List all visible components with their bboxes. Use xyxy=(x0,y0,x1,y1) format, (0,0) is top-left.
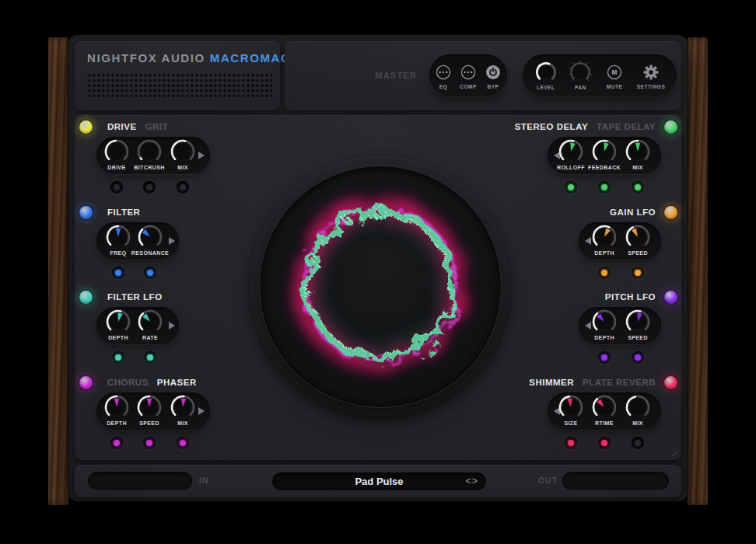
tab-drive[interactable]: DRIVE xyxy=(107,121,137,132)
filter-power-led[interactable] xyxy=(79,206,93,219)
gain-lfo-power-led[interactable] xyxy=(664,206,677,219)
filter-expand-arrow-right-icon[interactable] xyxy=(169,237,175,245)
drive-knob-drive[interactable]: DRIVE xyxy=(100,138,134,173)
svg-text:M: M xyxy=(612,69,618,76)
filter-lfo-expand-arrow-right-icon[interactable] xyxy=(169,322,175,330)
filter-lfo-assign-led-2[interactable] xyxy=(144,351,156,364)
shimmer-assign-led-3[interactable] xyxy=(632,437,644,449)
pitch-lfo-power-led[interactable] xyxy=(664,291,677,304)
master-control-label: LEVEL xyxy=(537,85,555,90)
shimmer-assign-led-1[interactable] xyxy=(565,437,577,449)
tab-shimmer[interactable]: SHIMMER xyxy=(529,377,574,388)
tab-filter[interactable]: FILTER xyxy=(107,207,140,218)
stereo-delay-power-led[interactable] xyxy=(664,120,677,134)
gear-icon xyxy=(640,61,662,83)
filter-tabs: FILTER xyxy=(107,207,140,218)
drive-assign-led-2[interactable] xyxy=(143,181,156,194)
master-level-control[interactable]: LEVEL xyxy=(534,61,558,90)
drive-knob-bitcrush[interactable]: BITCRUSH xyxy=(132,138,166,173)
input-meter[interactable] xyxy=(88,472,192,490)
chorus-phaser-assign-led-3[interactable] xyxy=(177,437,189,449)
chorus-phaser-knob-mix[interactable]: MIX xyxy=(166,393,200,429)
led-dot-lit xyxy=(115,270,121,276)
knob-dial xyxy=(104,223,132,251)
chorus-phaser-assign-led-2[interactable] xyxy=(143,437,156,449)
master-label: MASTER xyxy=(375,71,417,80)
drive-knob-mix[interactable]: MIX xyxy=(166,138,200,173)
brand-title: NIGHTFOX AUDIOMACROMACRO xyxy=(87,51,310,65)
tab-gain-lfo[interactable]: GAIN LFO xyxy=(610,207,656,218)
gain-lfo-knob-speed[interactable]: SPEED xyxy=(621,223,655,259)
led-dot-lit xyxy=(147,270,153,276)
stereo-delay-assign-led-2[interactable] xyxy=(598,181,611,194)
master-comp-button[interactable]: COMP xyxy=(457,61,479,89)
tab-chorus[interactable]: CHORUS xyxy=(107,377,149,388)
macro-pad[interactable] xyxy=(259,166,502,408)
pitch-lfo-assign-led-1[interactable] xyxy=(598,351,611,364)
chorus-phaser-power-led[interactable] xyxy=(79,376,93,389)
filter-assign-led-2[interactable] xyxy=(144,267,156,279)
shimmer-power-led[interactable] xyxy=(664,376,677,389)
tab-filter-lfo[interactable]: FILTER LFO xyxy=(107,291,163,302)
chorus-phaser-knob-speed[interactable]: SPEED xyxy=(132,393,166,429)
knob-label: RESONANCE xyxy=(131,250,169,256)
filter-lfo-knob-depth[interactable]: DEPTH xyxy=(101,308,135,343)
filter-knob-freq[interactable]: FREQ xyxy=(101,223,135,259)
preset-selector[interactable]: Pad Pulse < > xyxy=(272,473,486,490)
filter-lfo-power-led[interactable] xyxy=(79,291,93,304)
tab-plate-reverb[interactable]: PLATE REVERB xyxy=(583,377,656,388)
master-settings-control[interactable]: SETTINGS xyxy=(637,61,666,89)
shimmer-assign-led-2[interactable] xyxy=(598,437,611,449)
filter-assign-led-1[interactable] xyxy=(112,267,124,279)
tab-grit[interactable]: GRIT xyxy=(145,121,168,132)
preset-prev-button[interactable]: < xyxy=(465,476,471,486)
preset-next-button[interactable]: > xyxy=(472,476,478,486)
tab-phaser[interactable]: PHASER xyxy=(157,377,197,388)
resize-grip[interactable] xyxy=(668,447,677,456)
shimmer-knob-rtime[interactable]: RTIME xyxy=(587,393,621,429)
pitch-lfo-knob-depth[interactable]: DEPTH xyxy=(587,308,621,343)
wood-panel-right xyxy=(688,37,708,505)
shimmer-knob-mix[interactable]: MIX xyxy=(621,393,655,429)
stereo-delay-assign-led-1[interactable] xyxy=(565,181,577,194)
filter-lfo-assign-led-1[interactable] xyxy=(112,351,124,364)
chorus-phaser-assign-led-1[interactable] xyxy=(110,437,123,449)
drive-power-led[interactable] xyxy=(79,120,93,134)
drive-assign-led-3[interactable] xyxy=(177,181,189,194)
led-dot-lit xyxy=(601,184,607,190)
brand-name: NIGHTFOX AUDIO xyxy=(87,51,205,65)
tab-stereo-delay[interactable]: STEREO DELAY xyxy=(515,121,588,132)
gain-lfo-assign-led-1[interactable] xyxy=(598,267,611,279)
led-dot-lit xyxy=(180,440,186,446)
filter-lfo-knob-rate[interactable]: RATE xyxy=(133,308,167,343)
knob-dial xyxy=(590,223,618,251)
chorus-phaser-knob-depth[interactable]: DEPTH xyxy=(100,393,134,429)
knob-label: ROLLOFF xyxy=(557,165,585,170)
led-dot-lit xyxy=(635,354,641,361)
output-meter[interactable] xyxy=(562,472,669,490)
knob-label: MIX xyxy=(632,165,643,170)
drive-assign-led-1[interactable] xyxy=(110,181,123,194)
stereo-delay-knob-feedback[interactable]: FEEDBACK xyxy=(587,138,621,173)
master-byp-button[interactable]: BYP xyxy=(482,61,504,89)
master-mute-control[interactable]: MMUTE xyxy=(604,61,625,89)
knob-label: DEPTH xyxy=(108,335,128,340)
master-controls-group: LEVELPANMMUTESETTINGS xyxy=(523,54,677,96)
stereo-delay-knob-rolloff[interactable]: ROLLOFF xyxy=(554,138,588,173)
filter-knob-resonance[interactable]: RESONANCE xyxy=(133,223,167,259)
stereo-delay-assign-led-3[interactable] xyxy=(632,181,644,194)
stereo-delay-knob-mix[interactable]: MIX xyxy=(621,138,655,173)
pitch-lfo-assign-led-2[interactable] xyxy=(632,351,644,364)
master-control-label: MUTE xyxy=(607,84,622,89)
master-pan-control[interactable]: PAN xyxy=(569,61,592,90)
pitch-lfo-knob-group: DEPTHSPEED xyxy=(579,307,661,344)
pitch-lfo-knob-speed[interactable]: SPEED xyxy=(621,308,655,343)
tab-tape-delay[interactable]: TAPE DELAY xyxy=(597,121,656,132)
gain-lfo-knob-depth[interactable]: DEPTH xyxy=(587,223,621,259)
gain-lfo-assign-led-2[interactable] xyxy=(632,267,644,279)
knob-label: RTIME xyxy=(595,420,614,426)
tab-pitch-lfo[interactable]: PITCH LFO xyxy=(605,291,656,302)
knob-dial xyxy=(135,393,163,421)
shimmer-knob-size[interactable]: SIZE xyxy=(554,393,588,429)
master-eq-button[interactable]: EQ xyxy=(432,61,454,89)
